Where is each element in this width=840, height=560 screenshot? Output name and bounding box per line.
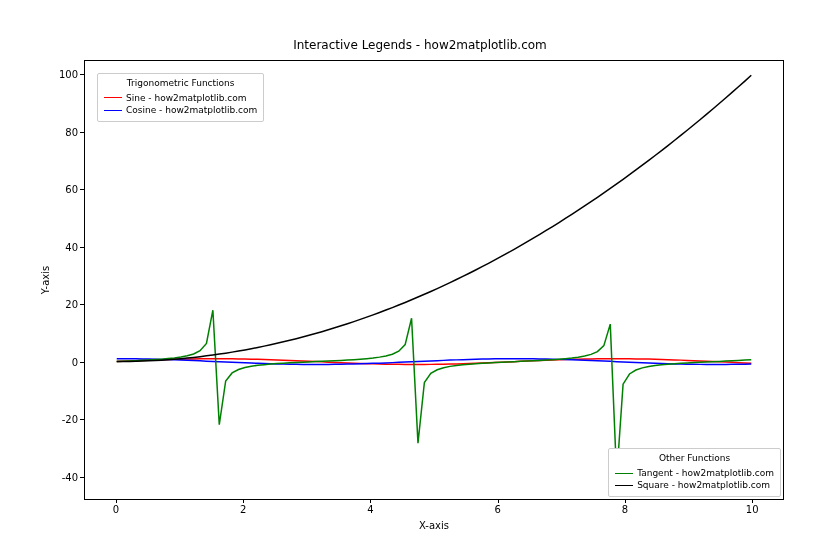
x-tick-mark <box>498 499 499 503</box>
legend-other[interactable]: Other Functions Tangent - how2matplotlib… <box>608 448 781 497</box>
y-tick-mark <box>80 304 84 305</box>
legend-entry-cosine[interactable]: Cosine - how2matplotlib.com <box>104 104 257 117</box>
legend-other-title: Other Functions <box>615 452 774 465</box>
x-axis-label: X-axis <box>84 520 784 531</box>
y-tick-mark <box>80 74 84 75</box>
x-tick-label: 6 <box>494 504 500 515</box>
legend-trig[interactable]: Trigonometric Functions Sine - how2matpl… <box>97 73 264 122</box>
legend-swatch-square <box>615 485 633 486</box>
figure: Interactive Legends - how2matplotlib.com… <box>0 0 840 560</box>
y-axis-label: Y-axis <box>40 60 54 500</box>
legend-label-sine: Sine - how2matplotlib.com <box>126 92 247 105</box>
x-tick-label: 4 <box>367 504 373 515</box>
legend-swatch-sine <box>104 97 122 98</box>
chart-title: Interactive Legends - how2matplotlib.com <box>0 38 840 52</box>
x-tick-mark <box>243 499 244 503</box>
y-tick-mark <box>80 189 84 190</box>
y-tick-mark <box>80 247 84 248</box>
y-tick-mark <box>80 362 84 363</box>
y-tick-mark <box>80 477 84 478</box>
legend-label-tangent: Tangent - how2matplotlib.com <box>637 467 774 480</box>
plot-area: Trigonometric Functions Sine - how2matpl… <box>84 60 784 500</box>
y-tick-mark <box>80 132 84 133</box>
x-tick-label: 8 <box>622 504 628 515</box>
x-tick-mark <box>625 499 626 503</box>
y-tick-mark <box>80 419 84 420</box>
x-tick-label: 10 <box>746 504 759 515</box>
legend-swatch-cosine <box>104 110 122 111</box>
legend-trig-title: Trigonometric Functions <box>104 77 257 90</box>
x-tick-label: 0 <box>113 504 119 515</box>
x-tick-mark <box>370 499 371 503</box>
plot-svg <box>85 61 783 499</box>
legend-swatch-tangent <box>615 473 633 474</box>
legend-label-square: Square - how2matplotlib.com <box>637 479 770 492</box>
legend-entry-sine[interactable]: Sine - how2matplotlib.com <box>104 92 257 105</box>
legend-label-cosine: Cosine - how2matplotlib.com <box>126 104 257 117</box>
legend-entry-tangent[interactable]: Tangent - how2matplotlib.com <box>615 467 774 480</box>
x-tick-mark <box>752 499 753 503</box>
x-tick-label: 2 <box>240 504 246 515</box>
legend-entry-square[interactable]: Square - how2matplotlib.com <box>615 479 774 492</box>
x-tick-mark <box>116 499 117 503</box>
